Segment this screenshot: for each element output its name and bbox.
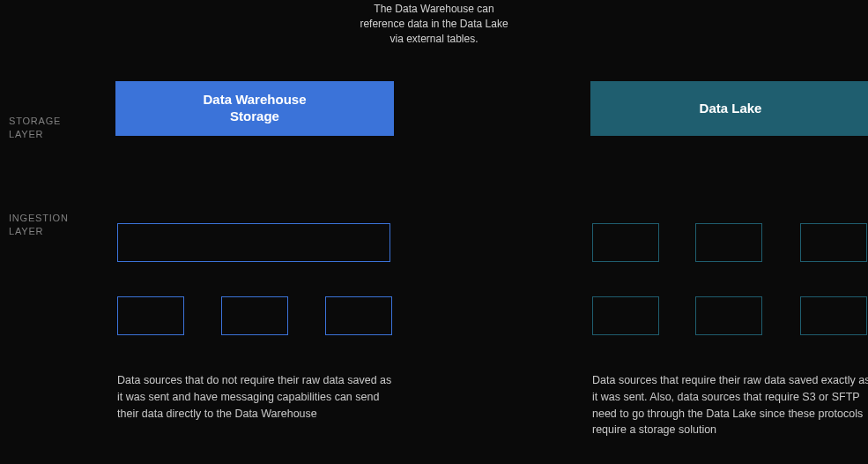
lake-ingest-5 [695, 296, 762, 335]
data-warehouse-storage-box: Data WarehouseStorage [115, 81, 394, 136]
warehouse-ingest-3 [325, 296, 392, 335]
lake-ingest-3 [800, 223, 867, 262]
lake-ingest-1 [592, 223, 659, 262]
warehouse-ingest-1 [117, 296, 184, 335]
warehouse-ingest-2 [221, 296, 288, 335]
lake-ingest-2 [695, 223, 762, 262]
data-lake-box: Data Lake [590, 81, 868, 136]
storage-layer-label: STORAGELAYER [9, 115, 61, 141]
data-warehouse-storage-label: Data WarehouseStorage [204, 92, 307, 125]
external-tables-note: The Data Warehouse can reference data in… [355, 2, 514, 46]
warehouse-sources-description: Data sources that do not require their r… [117, 372, 397, 422]
warehouse-ingest-wide [117, 223, 390, 262]
lake-sources-description: Data sources that require their raw data… [592, 372, 868, 438]
data-lake-label: Data Lake [700, 101, 762, 117]
lake-ingest-6 [800, 296, 867, 335]
lake-ingest-4 [592, 296, 659, 335]
ingestion-layer-label: INGESTIONLAYER [9, 212, 69, 238]
